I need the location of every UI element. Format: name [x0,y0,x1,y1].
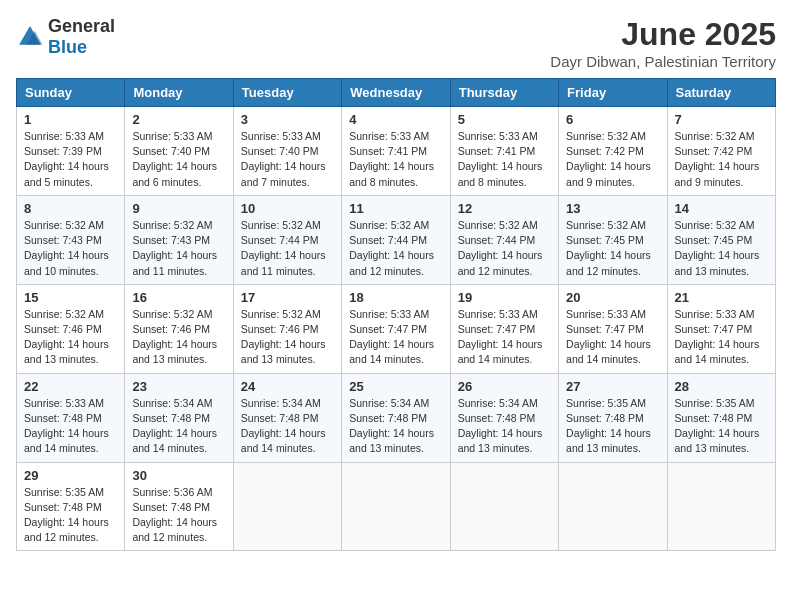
logo-text-general: General [48,16,115,36]
day-info: Sunrise: 5:34 AM Sunset: 7:48 PM Dayligh… [132,396,225,457]
day-info: Sunrise: 5:34 AM Sunset: 7:48 PM Dayligh… [349,396,442,457]
day-number: 7 [675,112,768,127]
sunrise: Sunrise: 5:32 AM [675,219,755,231]
calendar-cell [233,462,341,551]
calendar-cell: 12 Sunrise: 5:32 AM Sunset: 7:44 PM Dayl… [450,195,558,284]
day-number: 20 [566,290,659,305]
sunrise: Sunrise: 5:33 AM [458,308,538,320]
sunrise: Sunrise: 5:33 AM [675,308,755,320]
calendar-cell: 14 Sunrise: 5:32 AM Sunset: 7:45 PM Dayl… [667,195,775,284]
daylight: Daylight: 14 hours and 13 minutes. [675,249,760,276]
sunset: Sunset: 7:45 PM [675,234,753,246]
day-info: Sunrise: 5:36 AM Sunset: 7:48 PM Dayligh… [132,485,225,546]
day-info: Sunrise: 5:33 AM Sunset: 7:40 PM Dayligh… [241,129,334,190]
daylight: Daylight: 14 hours and 14 minutes. [675,338,760,365]
day-number: 4 [349,112,442,127]
sunrise: Sunrise: 5:36 AM [132,486,212,498]
daylight: Daylight: 14 hours and 6 minutes. [132,160,217,187]
calendar-cell: 22 Sunrise: 5:33 AM Sunset: 7:48 PM Dayl… [17,373,125,462]
sunrise: Sunrise: 5:33 AM [24,130,104,142]
day-info: Sunrise: 5:35 AM Sunset: 7:48 PM Dayligh… [675,396,768,457]
day-info: Sunrise: 5:32 AM Sunset: 7:45 PM Dayligh… [675,218,768,279]
daylight: Daylight: 14 hours and 14 minutes. [566,338,651,365]
sunrise: Sunrise: 5:33 AM [349,130,429,142]
day-number: 9 [132,201,225,216]
day-number: 21 [675,290,768,305]
calendar-cell: 29 Sunrise: 5:35 AM Sunset: 7:48 PM Dayl… [17,462,125,551]
sunset: Sunset: 7:39 PM [24,145,102,157]
sunset: Sunset: 7:46 PM [241,323,319,335]
sunset: Sunset: 7:45 PM [566,234,644,246]
day-info: Sunrise: 5:32 AM Sunset: 7:46 PM Dayligh… [132,307,225,368]
day-number: 1 [24,112,117,127]
sunrise: Sunrise: 5:32 AM [24,219,104,231]
calendar-week-3: 15 Sunrise: 5:32 AM Sunset: 7:46 PM Dayl… [17,284,776,373]
daylight: Daylight: 14 hours and 13 minutes. [241,338,326,365]
sunrise: Sunrise: 5:32 AM [24,308,104,320]
calendar-cell: 30 Sunrise: 5:36 AM Sunset: 7:48 PM Dayl… [125,462,233,551]
calendar-cell [342,462,450,551]
sunset: Sunset: 7:46 PM [132,323,210,335]
sunset: Sunset: 7:41 PM [349,145,427,157]
sunset: Sunset: 7:48 PM [24,412,102,424]
day-number: 11 [349,201,442,216]
sunset: Sunset: 7:48 PM [24,501,102,513]
day-info: Sunrise: 5:34 AM Sunset: 7:48 PM Dayligh… [241,396,334,457]
calendar-header-wednesday: Wednesday [342,79,450,107]
day-number: 29 [24,468,117,483]
day-info: Sunrise: 5:32 AM Sunset: 7:44 PM Dayligh… [458,218,551,279]
day-number: 2 [132,112,225,127]
calendar-header-row: SundayMondayTuesdayWednesdayThursdayFrid… [17,79,776,107]
daylight: Daylight: 14 hours and 13 minutes. [458,427,543,454]
sunrise: Sunrise: 5:32 AM [566,130,646,142]
sunset: Sunset: 7:40 PM [132,145,210,157]
calendar-cell: 5 Sunrise: 5:33 AM Sunset: 7:41 PM Dayli… [450,107,558,196]
daylight: Daylight: 14 hours and 12 minutes. [349,249,434,276]
sunrise: Sunrise: 5:34 AM [458,397,538,409]
calendar-cell: 28 Sunrise: 5:35 AM Sunset: 7:48 PM Dayl… [667,373,775,462]
day-number: 13 [566,201,659,216]
day-number: 14 [675,201,768,216]
daylight: Daylight: 14 hours and 14 minutes. [241,427,326,454]
sunset: Sunset: 7:48 PM [458,412,536,424]
day-info: Sunrise: 5:32 AM Sunset: 7:44 PM Dayligh… [349,218,442,279]
day-info: Sunrise: 5:33 AM Sunset: 7:47 PM Dayligh… [458,307,551,368]
sunrise: Sunrise: 5:34 AM [349,397,429,409]
calendar-cell: 1 Sunrise: 5:33 AM Sunset: 7:39 PM Dayli… [17,107,125,196]
calendar-cell: 9 Sunrise: 5:32 AM Sunset: 7:43 PM Dayli… [125,195,233,284]
logo-text-blue: Blue [48,37,87,57]
daylight: Daylight: 14 hours and 14 minutes. [24,427,109,454]
sunset: Sunset: 7:42 PM [566,145,644,157]
day-number: 3 [241,112,334,127]
calendar-cell: 18 Sunrise: 5:33 AM Sunset: 7:47 PM Dayl… [342,284,450,373]
sunset: Sunset: 7:48 PM [675,412,753,424]
calendar-week-2: 8 Sunrise: 5:32 AM Sunset: 7:43 PM Dayli… [17,195,776,284]
sunrise: Sunrise: 5:33 AM [566,308,646,320]
calendar-cell: 11 Sunrise: 5:32 AM Sunset: 7:44 PM Dayl… [342,195,450,284]
sunset: Sunset: 7:41 PM [458,145,536,157]
calendar-header-saturday: Saturday [667,79,775,107]
sunset: Sunset: 7:47 PM [566,323,644,335]
sunrise: Sunrise: 5:32 AM [566,219,646,231]
daylight: Daylight: 14 hours and 9 minutes. [566,160,651,187]
sunrise: Sunrise: 5:32 AM [241,219,321,231]
calendar-header-friday: Friday [559,79,667,107]
day-number: 15 [24,290,117,305]
daylight: Daylight: 14 hours and 12 minutes. [24,516,109,543]
calendar-cell: 7 Sunrise: 5:32 AM Sunset: 7:42 PM Dayli… [667,107,775,196]
calendar-cell: 26 Sunrise: 5:34 AM Sunset: 7:48 PM Dayl… [450,373,558,462]
daylight: Daylight: 14 hours and 13 minutes. [566,427,651,454]
page-header: General Blue June 2025 Dayr Dibwan, Pale… [16,16,776,70]
sunset: Sunset: 7:44 PM [349,234,427,246]
day-info: Sunrise: 5:32 AM Sunset: 7:43 PM Dayligh… [132,218,225,279]
calendar-cell: 16 Sunrise: 5:32 AM Sunset: 7:46 PM Dayl… [125,284,233,373]
sunset: Sunset: 7:43 PM [24,234,102,246]
daylight: Daylight: 14 hours and 13 minutes. [349,427,434,454]
calendar-week-1: 1 Sunrise: 5:33 AM Sunset: 7:39 PM Dayli… [17,107,776,196]
calendar-cell: 19 Sunrise: 5:33 AM Sunset: 7:47 PM Dayl… [450,284,558,373]
day-info: Sunrise: 5:32 AM Sunset: 7:45 PM Dayligh… [566,218,659,279]
calendar-cell: 27 Sunrise: 5:35 AM Sunset: 7:48 PM Dayl… [559,373,667,462]
day-number: 23 [132,379,225,394]
sunset: Sunset: 7:44 PM [458,234,536,246]
sunrise: Sunrise: 5:32 AM [241,308,321,320]
